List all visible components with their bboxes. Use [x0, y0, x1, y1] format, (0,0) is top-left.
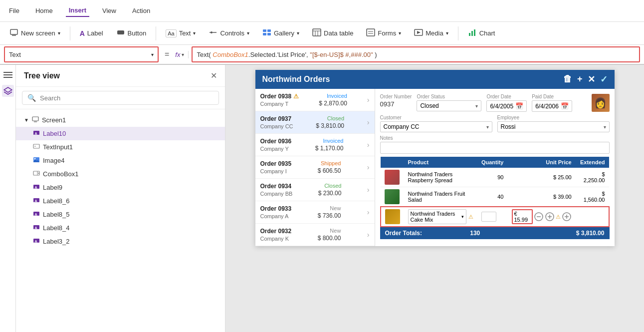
svg-rect-0	[10, 29, 17, 34]
tree-item-label: Label8_5	[43, 211, 70, 218]
order-item-0937[interactable]: Order 0937 Company CC Closed $ 3,810.00 …	[255, 111, 375, 134]
order-chevron: ›	[367, 231, 370, 239]
price-input-highlighted[interactable]: € 15.99	[512, 209, 533, 224]
calendar2-icon: 📅	[561, 102, 569, 110]
media-button[interactable]: Media ▾	[409, 25, 453, 41]
label-button[interactable]: A Label	[74, 26, 109, 40]
order-item-0933[interactable]: Order 0933 Company A New $ 736.00 ›	[255, 201, 375, 224]
gallery-button[interactable]: Gallery ▾	[257, 25, 305, 41]
order-item-0935[interactable]: Order 0935 Company I Shipped $ 606.50 ›	[255, 156, 375, 179]
product-extended: $ 1,560.00	[576, 187, 609, 207]
forms-button[interactable]: Forms ▾	[361, 25, 407, 41]
order-right: Closed $ 230.00	[318, 183, 342, 197]
col-quantity: Quantity	[477, 157, 508, 168]
chart-button[interactable]: Chart	[462, 25, 501, 41]
forms-chevron-icon: ▾	[399, 30, 401, 36]
order-status: New	[330, 205, 341, 211]
order-status-input[interactable]: Closed ▾	[417, 100, 481, 111]
order-left: Order 0932 Company K	[260, 228, 292, 242]
tree-view: ▼ Screen1 A Label10	[16, 109, 225, 332]
product-unit-price: $ 25.00	[508, 168, 576, 187]
label8-4-icon: A	[33, 224, 40, 232]
paid-date-input[interactable]: 6/4/2006 📅	[532, 100, 572, 112]
qty-input[interactable]	[481, 212, 496, 222]
button-button[interactable]: Button	[111, 25, 152, 41]
order-status: Closed	[327, 115, 344, 121]
order-company: Company BB	[260, 191, 293, 197]
order-chevron: ›	[367, 118, 370, 126]
controls-button[interactable]: Controls ▾	[203, 25, 254, 41]
menu-file[interactable]: File	[6, 5, 22, 16]
order-item-0938[interactable]: Order 0938 ⚠ Company T Invoiced $ 2,870.…	[255, 89, 375, 111]
employee-label: Employee	[497, 115, 610, 120]
tree-item-label9[interactable]: A Label9	[16, 181, 225, 194]
close-icon[interactable]: ✕	[211, 71, 217, 80]
product-dropdown[interactable]: Northwind Traders Cake Mix ▾	[408, 209, 466, 224]
order-item-0932[interactable]: Order 0932 Company K New $ 800.00 ›	[255, 224, 375, 246]
svg-text:▾: ▾	[38, 172, 39, 175]
order-date-input[interactable]: 6/4/2005 📅	[486, 100, 527, 112]
product-name: Northwind Traders Raspberry Spread	[404, 168, 477, 187]
tree-item-label8-5[interactable]: A Label8_5	[16, 208, 225, 221]
order-status: Shipped	[321, 160, 341, 166]
search-input[interactable]	[40, 94, 214, 102]
controls-icon	[209, 28, 217, 38]
hamburger-menu-icon[interactable]	[2, 69, 14, 81]
order-company: Company CC	[260, 123, 293, 129]
formula-input[interactable]: Text( ComboBox1.Selected.'List Price', "…	[192, 46, 640, 62]
menu-action[interactable]: Action	[129, 5, 153, 16]
trash-icon[interactable]: 🗑	[563, 74, 572, 85]
menu-home[interactable]: Home	[32, 5, 56, 16]
notes-input[interactable]	[380, 142, 610, 154]
order-right: Shipped $ 606.50	[318, 160, 341, 174]
add-icon[interactable]: +	[577, 74, 583, 85]
check-icon[interactable]: ✓	[600, 74, 608, 85]
tree-item-label: Label8_4	[43, 224, 70, 232]
tree-item-image4[interactable]: Image4	[16, 154, 225, 167]
tree-item-label: ComboBox1	[43, 170, 79, 178]
toolbar: New screen ▾ A Label Button Aa Text ▾ Co…	[0, 22, 644, 45]
paid-date-label: Paid Date	[532, 94, 572, 99]
svg-text:A: A	[35, 186, 37, 189]
element-selector[interactable]: Text ▾	[4, 46, 159, 62]
order-item-0936[interactable]: Order 0936 Company Y Invoiced $ 1,170.00…	[255, 134, 375, 156]
menu-view[interactable]: View	[99, 5, 119, 16]
customer-input[interactable]: Company CC ▾	[380, 121, 492, 132]
tree-item-combobox1[interactable]: ▾ ComboBox1	[16, 167, 225, 181]
tree-item-label: Screen1	[42, 116, 66, 124]
order-right: New $ 800.00	[318, 228, 341, 242]
new-screen-button[interactable]: New screen ▾	[4, 25, 66, 41]
gallery-chevron-icon: ▾	[297, 30, 299, 36]
equals-sign: =	[162, 50, 172, 59]
text-chevron-icon: ▾	[193, 30, 196, 36]
menu-insert[interactable]: Insert	[66, 4, 89, 17]
stepper-circle-3[interactable]	[562, 212, 572, 222]
tree-item-label10[interactable]: A Label10	[16, 127, 225, 140]
product-image	[385, 209, 400, 224]
stepper-circle-2[interactable]	[545, 212, 555, 222]
svg-rect-8	[263, 33, 266, 35]
table-row[interactable]: Northwind Traders Raspberry Spread 90 $ …	[381, 168, 609, 187]
product-image	[385, 189, 400, 204]
col-extended: Extended	[576, 157, 609, 168]
tree-item-textinput1[interactable]: TextInput1	[16, 140, 225, 154]
tree-item-label3-2[interactable]: A Label3_2	[16, 235, 225, 248]
employee-input[interactable]: Rossi ▾	[497, 121, 610, 132]
fx-button[interactable]: fx ▾	[175, 51, 189, 58]
field-employee: Employee Rossi ▾	[497, 115, 610, 132]
customer-label: Customer	[380, 115, 492, 120]
order-number-label: Order Number	[380, 94, 412, 99]
table-row-last[interactable]: Northwind Traders Cake Mix ▾ ⚠	[381, 207, 609, 227]
tree-item-label8-6[interactable]: A Label8_6	[16, 194, 225, 208]
close-app-icon[interactable]: ✕	[588, 74, 595, 85]
text-button[interactable]: Aa Text ▾	[160, 26, 201, 40]
svg-marker-18	[417, 31, 421, 34]
tree-item-label8-4[interactable]: A Label8_4	[16, 221, 225, 235]
price-stepper-container: € 15.99	[512, 209, 572, 224]
order-item-0934[interactable]: Order 0934 Company BB Closed $ 230.00 ›	[255, 179, 375, 201]
tree-item-screen1[interactable]: ▼ Screen1	[16, 113, 225, 127]
table-row[interactable]: Northwind Traders Fruit Salad 40 $ 39.00…	[381, 187, 609, 207]
col-img	[381, 157, 404, 168]
data-table-button[interactable]: Data table	[307, 25, 359, 41]
layers-icon[interactable]	[2, 85, 14, 97]
